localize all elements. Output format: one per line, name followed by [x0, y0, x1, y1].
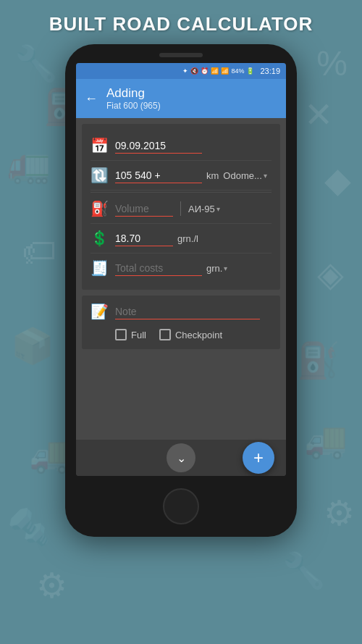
odometer-row: 🔃 km Odome... ▾	[90, 161, 272, 191]
v-divider	[180, 201, 181, 216]
checkpoint-checkbox[interactable]	[159, 329, 171, 340]
price-icon: 💲	[90, 230, 108, 247]
currency-label: grn.	[206, 263, 222, 274]
form-content: 📅 🔃 km Odome... ▾	[76, 118, 286, 440]
total-input[interactable]	[115, 261, 202, 276]
note-card: 📝 Full Checkpoint	[82, 296, 280, 349]
phone-bottom	[163, 476, 199, 537]
currency-chevron-icon: ▾	[224, 264, 227, 272]
app-title: BUILT ROAD CALCULATOR	[49, 0, 313, 44]
total-field-area: grn. ▾	[115, 261, 272, 276]
odometer-field-area: km Odome... ▾	[115, 168, 272, 183]
plus-icon: +	[253, 448, 264, 468]
odometer-type-label: Odome...	[223, 170, 261, 181]
price-row: 💲 grn./l	[90, 224, 272, 254]
date-field-area	[115, 138, 272, 154]
app-header: ← Adding Fiat 600 (965)	[76, 79, 286, 118]
alarm-icon: ⏰	[201, 67, 209, 75]
full-checkbox-item[interactable]: Full	[115, 329, 146, 340]
bottom-bar: ⌄ +	[76, 440, 286, 476]
status-bar: ✦ 🔇 ⏰ 📶 📶 84% 🔋 23:19	[76, 63, 286, 79]
scroll-down-button[interactable]: ⌄	[167, 443, 195, 472]
total-row: 🧾 grn. ▾	[90, 254, 272, 283]
fuel-chevron-icon: ▾	[216, 205, 220, 213]
header-info: Adding Fiat 600 (965)	[106, 86, 161, 111]
volume-row: ⛽ АИ-95 ▾	[90, 194, 272, 224]
full-checkbox-label: Full	[131, 330, 146, 340]
price-field-area: grn./l	[115, 231, 272, 246]
separator-1	[90, 192, 272, 193]
back-button[interactable]: ←	[85, 91, 98, 106]
screen-title: Adding	[106, 86, 161, 101]
odometer-input[interactable]	[115, 168, 202, 183]
checkpoint-checkbox-label: Checkpoint	[175, 330, 222, 340]
fuel-type-label: АИ-95	[188, 204, 215, 214]
checkbox-row: Full Checkpoint	[115, 327, 272, 342]
date-row: 📅	[90, 131, 272, 161]
phone-screen: ✦ 🔇 ⏰ 📶 📶 84% 🔋 23:19 ← Adding Fiat 600 …	[76, 63, 286, 476]
date-input[interactable]	[115, 138, 202, 154]
phone-frame: ✦ 🔇 ⏰ 📶 📶 84% 🔋 23:19 ← Adding Fiat 600 …	[65, 44, 297, 537]
fuel-icon: ⛽	[90, 200, 108, 217]
battery-text: 84%	[231, 67, 244, 75]
fuel-type-dropdown[interactable]: АИ-95 ▾	[188, 204, 220, 214]
phone-speaker	[159, 53, 203, 57]
note-icon: 📝	[90, 303, 108, 320]
battery-icon: 🔋	[246, 67, 254, 75]
currency-dropdown[interactable]: grn. ▾	[206, 263, 227, 274]
mute-icon: 🔇	[190, 67, 198, 75]
status-time: 23:19	[260, 67, 280, 75]
chevron-down-icon: ▾	[264, 172, 267, 180]
wifi-icon: 📶	[211, 67, 219, 75]
odometer-type-dropdown[interactable]: Odome... ▾	[223, 170, 266, 181]
odometer-unit: km	[206, 170, 219, 181]
status-icons: ✦ 🔇 ⏰ 📶 📶 84% 🔋	[182, 67, 254, 75]
volume-field-area: АИ-95 ▾	[115, 201, 272, 217]
vehicle-name: Fiat 600 (965)	[106, 101, 161, 111]
odometer-icon: 🔃	[90, 167, 108, 184]
note-input[interactable]	[115, 304, 260, 319]
price-input[interactable]	[115, 231, 173, 246]
home-button[interactable]	[163, 488, 199, 524]
note-row: 📝	[90, 303, 272, 327]
full-checkbox[interactable]	[115, 329, 127, 340]
receipt-icon: 🧾	[90, 259, 108, 277]
checkpoint-checkbox-item[interactable]: Checkpoint	[159, 329, 222, 340]
chevron-down-icon: ⌄	[177, 451, 186, 465]
add-button[interactable]: +	[243, 442, 274, 474]
bluetooth-icon: ✦	[182, 67, 188, 75]
price-unit: grn./l	[177, 233, 198, 244]
main-form-card: 📅 🔃 km Odome... ▾	[82, 124, 280, 290]
volume-input[interactable]	[115, 201, 173, 217]
calendar-icon: 📅	[90, 137, 108, 154]
signal-icon: 📶	[221, 67, 229, 75]
